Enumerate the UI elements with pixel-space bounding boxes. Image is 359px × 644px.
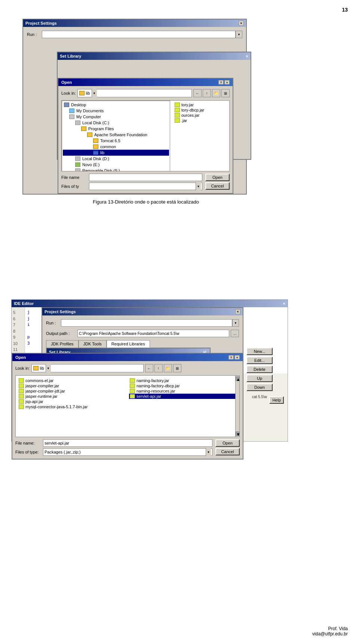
file-commons-el[interactable]: commons-el.jar [18, 378, 126, 383]
tree-item-lib[interactable]: lib [63, 150, 169, 156]
filename-row-2: File name: [15, 439, 212, 447]
run-dropdown-2[interactable]: ▼ [232, 319, 239, 327]
open-open-btn-2[interactable]: Open [215, 439, 240, 447]
tree-item-mydocs[interactable]: My Documents [63, 108, 169, 114]
edit-btn[interactable]: Edit... [246, 357, 273, 364]
file-grid: commons-el.jar jasper-compiler.jar jaspe… [15, 375, 240, 437]
tree-dropdown-1: Desktop My Documents My Co [62, 101, 170, 171]
removable-icon [75, 168, 81, 171]
filetype-dropdown-2[interactable]: Packages (.jar,.zip;) ▼ [43, 448, 212, 456]
project-settings-close-1[interactable]: × [239, 21, 244, 26]
look-in-dropdown-1[interactable]: lib ▼ [77, 89, 192, 97]
ide-close[interactable]: × [283, 301, 285, 306]
file-jasper-runtime[interactable]: jasper-runtime.jar [18, 394, 126, 399]
new-folder-btn-2[interactable]: 📁 [164, 364, 172, 372]
jar-icon-jsp-api [19, 399, 24, 404]
tab-jdk-tools[interactable]: JDK Tools [79, 340, 107, 348]
file-naming-factory[interactable]: naming-factory.jar [129, 378, 237, 383]
open-close-btn-1[interactable]: × [224, 80, 230, 85]
open-cancel-btn-1[interactable]: Cancel [205, 182, 230, 190]
view-btn-1[interactable]: ⊞ [221, 89, 230, 97]
jar-icon-servlet [130, 394, 135, 399]
tree-label-common: common [100, 144, 116, 149]
open-close-btn-2[interactable]: × [234, 355, 240, 360]
page-number: 13 [342, 7, 348, 13]
file-item-2[interactable]: tory-dbcp.jar [174, 107, 228, 113]
open-cancel-btn-2[interactable]: Cancel [215, 448, 240, 455]
tree-item-tomcat[interactable]: Tomcat 6.5 [63, 138, 169, 144]
file-jasper-compiler[interactable]: jasper-compiler.jar [18, 383, 126, 388]
browse-btn[interactable]: ... [231, 330, 239, 337]
open-help-btn-2[interactable]: ? [228, 355, 234, 360]
run-input-1[interactable] [42, 31, 236, 38]
jar-icon-2 [175, 108, 180, 112]
back-btn-1[interactable]: ← [193, 89, 202, 97]
file-jasper-compiler-jdt[interactable]: jasper-compiler-jdt.jar [18, 388, 126, 394]
set-library-titlebar-1: Set Library × [58, 52, 251, 60]
dropdown-arrow-1[interactable]: ▼ [92, 89, 97, 97]
file-item-3[interactable]: ources.jar [174, 113, 228, 118]
scroll-down[interactable]: ▼ [236, 431, 239, 436]
project-settings-close-2[interactable]: × [235, 309, 240, 314]
figure-13-caption: Figura 13-Diretório onde o pacote está l… [22, 199, 269, 205]
file-naming-factory-dbcp[interactable]: naming-factory-dbcp.jar [129, 383, 237, 388]
tree-item-removable[interactable]: Removable Disk (S:) [63, 168, 169, 171]
set-library-title-1: Set Library [60, 54, 81, 58]
back-btn-2[interactable]: ← [145, 364, 153, 372]
project-settings-titlebar-2: Project Settings × [42, 308, 243, 315]
figure-14-container: IDE Editor × 5 6 7 8 9 10 11 12 13 14 j … [11, 299, 288, 452]
output-input[interactable] [77, 330, 229, 337]
jar-icon-1 [175, 103, 180, 107]
view-btn-2[interactable]: ⊞ [173, 364, 181, 372]
tree-item-common[interactable]: common [63, 144, 169, 150]
tab-required-libraries[interactable]: Required Libraries [107, 340, 150, 348]
tree-item-apache[interactable]: Apache Software Foundation [63, 132, 169, 138]
file-item-1[interactable]: tory.jar [174, 102, 228, 107]
tree-label-novo-e: Novo (E:) [82, 162, 99, 167]
dropdown-arrow-2[interactable]: ▼ [46, 364, 51, 372]
scroll-up[interactable]: ▲ [236, 376, 239, 381]
run-input-2[interactable] [61, 319, 232, 327]
up-btn[interactable]: Up [246, 375, 273, 382]
down-btn[interactable]: Down [246, 384, 273, 391]
tree-item-mycomputer[interactable]: My Computer [63, 114, 169, 120]
jar-icon-naming-factory [130, 378, 135, 383]
open-help-btn-1[interactable]: ? [218, 80, 224, 85]
open-body-2: Look in: lib ▼ ← ↑ 📁 ⊞ [12, 361, 243, 459]
file-item-4[interactable]: .jar [174, 118, 228, 123]
up-btn-icon-2[interactable]: ↑ [154, 364, 163, 372]
run-dropdown-1[interactable]: ▼ [236, 31, 242, 38]
filename-label-1: File name [61, 175, 88, 180]
tree-item-local-c[interactable]: Local Disk (C:) [63, 120, 169, 126]
tree-item-desktop[interactable]: Desktop [63, 102, 169, 108]
filetype-arrow-1[interactable]: ▼ [196, 182, 201, 190]
scrollbar-v[interactable]: ▲ ▼ [235, 375, 240, 437]
toolbar-btns-1: ← ↑ 📁 ⊞ [193, 89, 230, 97]
tree-item-program-files[interactable]: Program Files [63, 126, 169, 132]
tab-jdk-profiles[interactable]: JDK Profiles [46, 340, 79, 348]
filetype-dropdown-1[interactable]: ▼ [89, 183, 202, 190]
look-in-row-1: Look in: lib ▼ ← ↑ 📁 [61, 89, 230, 97]
file-mysql[interactable]: mysql-connector-java-5.1.7-bin.jar [18, 404, 126, 409]
jar-icon-4 [175, 118, 180, 123]
project-settings-dialog-1: Project Settings × Run : ▼ Set Library × [22, 19, 247, 195]
delete-btn[interactable]: Delete [246, 366, 273, 373]
file-list-area-1: Desktop My Documents My Co [61, 100, 230, 171]
look-in-label-2: Look in: [15, 366, 30, 370]
filetype-arrow-2[interactable]: ▼ [206, 448, 211, 456]
new-btn[interactable]: New... [246, 348, 273, 355]
up-btn-1[interactable]: ↑ [203, 89, 211, 97]
look-in-dropdown-2[interactable]: lib ▼ [31, 364, 144, 372]
filename-input-1[interactable] [89, 174, 202, 181]
tree-label-program-files: Program Files [88, 126, 114, 131]
file-jsp-api[interactable]: jsp-api.jar [18, 399, 126, 404]
tree-item-novo-e[interactable]: Novo (E:) [63, 162, 169, 168]
look-in-row-2: Look in: lib ▼ ← ↑ 📁 ⊞ [15, 364, 240, 372]
file-naming-resources[interactable]: naming-resources.jar [129, 388, 237, 394]
file-servlet-api[interactable]: servlet-api.jar [129, 394, 237, 399]
tree-item-local-d[interactable]: Local Disk (D:) [63, 156, 169, 162]
open-open-btn-1[interactable]: Open [205, 174, 230, 181]
filename-input-2[interactable] [43, 439, 212, 447]
new-folder-btn-1[interactable]: 📁 [212, 89, 220, 97]
set-library-close-1[interactable]: × [246, 54, 248, 58]
